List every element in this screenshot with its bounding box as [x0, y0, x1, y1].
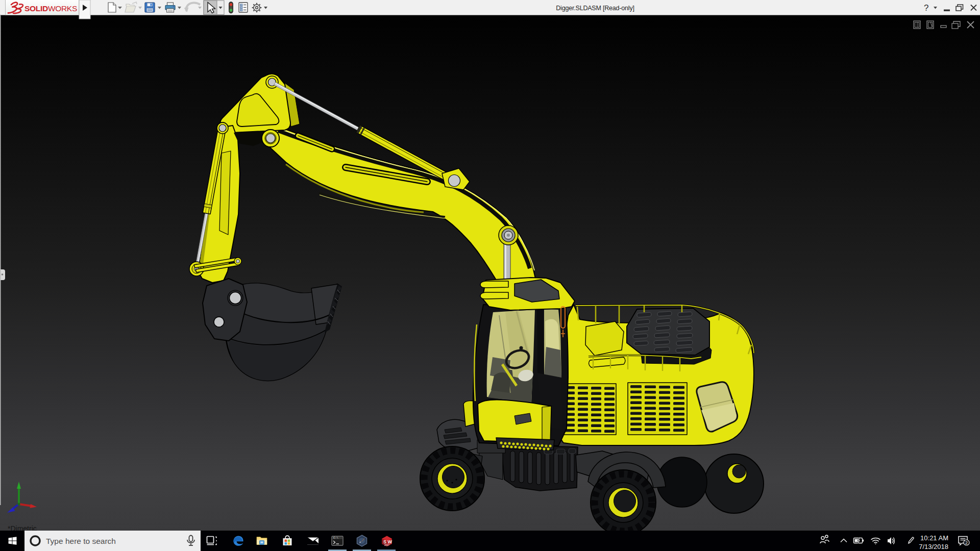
svg-text:?: ? — [924, 3, 928, 13]
svg-text:7/13/2018: 7/13/2018 — [919, 543, 948, 550]
svg-text:Digger.SLDASM [Read-only]: Digger.SLDASM [Read-only] — [556, 5, 634, 12]
svg-text:Type here to search: Type here to search — [46, 537, 116, 545]
svg-text:SOLIDWORKS: SOLIDWORKS — [24, 4, 77, 13]
svg-text:2: 2 — [965, 540, 968, 545]
svg-text:2017: 2017 — [384, 544, 390, 546]
svg-text:C:\: C:\ — [333, 536, 338, 540]
svg-text:10:21 AM: 10:21 AM — [920, 534, 948, 542]
